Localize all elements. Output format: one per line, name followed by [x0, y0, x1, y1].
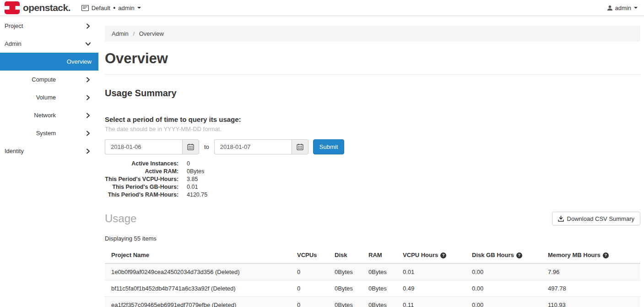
sidebar-item-overview[interactable]: Overview: [0, 53, 98, 71]
breadcrumb: Admin / Overview: [105, 26, 640, 42]
sidebar-item-label: Volume: [36, 94, 56, 101]
usage-summary-stats: Active Instances: 0 Active RAM: 0Bytes T…: [105, 160, 640, 199]
stat-active-instances: Active Instances: 0: [105, 160, 640, 168]
cell-memory-mb-hours: 7.96: [544, 263, 640, 280]
download-csv-label: Download CSV Summary: [567, 215, 634, 222]
stat-vcpu-hours: This Period's VCPU-Hours: 3.85: [105, 175, 640, 183]
sidebar-item-label: Compute: [32, 76, 56, 83]
chevron-right-icon: [86, 23, 90, 29]
column-header-disk[interactable]: Disk: [331, 247, 365, 263]
cell-ram: 0Bytes: [365, 280, 399, 297]
column-header-vcpus[interactable]: VCPUs: [293, 247, 331, 263]
main-content: Admin / Overview Overview Usage Summary …: [98, 16, 644, 307]
column-header-vcpu-hours[interactable]: VCPU Hours?: [399, 247, 468, 263]
submit-button[interactable]: Submit: [313, 139, 344, 154]
sidebar-item-label: System: [36, 130, 56, 137]
stat-label: Active RAM:: [105, 168, 179, 175]
table-row: bf11c5fa0f1b452db4b7741a6c33a92f (Delete…: [105, 280, 640, 297]
help-icon[interactable]: ?: [440, 252, 446, 258]
chevron-right-icon: [86, 94, 90, 100]
user-icon: [607, 5, 613, 11]
stat-label: This Period's VCPU-Hours:: [105, 175, 179, 183]
chevron-right-icon: [86, 130, 90, 136]
stat-label: This Period's GB-Hours:: [105, 183, 179, 191]
cell-project-name: ea1f2f357c09465eb6991edf7079efbe (Delete…: [105, 297, 293, 307]
start-date-input[interactable]: [105, 139, 182, 154]
stat-gb-hours: This Period's GB-Hours: 0.01: [105, 183, 640, 191]
help-icon[interactable]: ?: [603, 252, 609, 258]
end-date-input[interactable]: [214, 139, 292, 154]
download-csv-button[interactable]: Download CSV Summary: [552, 212, 640, 225]
title-divider: [105, 74, 640, 75]
breadcrumb-separator: /: [133, 30, 135, 37]
column-header-disk-gb-hours[interactable]: Disk GB Hours?: [468, 247, 544, 263]
top-navbar: openstack. Default ● admin admin: [0, 0, 644, 16]
breadcrumb-overview: Overview: [139, 30, 164, 37]
breadcrumb-admin[interactable]: Admin: [112, 30, 129, 37]
sidebar-item-compute[interactable]: Compute: [0, 71, 98, 88]
column-header-memory-mb-hours[interactable]: Memory MB Hours?: [544, 247, 640, 263]
stat-value: 0.01: [187, 183, 198, 191]
sidebar-item-label: Project: [5, 22, 23, 29]
cell-vcpus: 0: [293, 280, 331, 297]
usage-table: Project Name VCPUs Disk RAM VCPU Hours? …: [105, 247, 640, 307]
cell-disk-gb-hours: 0.00: [468, 280, 544, 297]
sidebar-item-volume[interactable]: Volume: [0, 88, 98, 106]
context-project-label: admin: [118, 5, 134, 11]
sidebar-item-label: Admin: [5, 40, 22, 47]
brand-wordmark: openstack.: [23, 2, 70, 13]
stat-active-ram: Active RAM: 0Bytes: [105, 168, 640, 175]
stat-value: 4120.75: [187, 191, 207, 199]
stat-ram-hours: This Period's RAM-Hours: 4120.75: [105, 191, 640, 199]
caret-down-icon: [137, 7, 141, 9]
table-header-row: Project Name VCPUs Disk RAM VCPU Hours? …: [105, 247, 640, 263]
sidebar-item-admin[interactable]: Admin: [0, 35, 98, 53]
caret-down-icon: [634, 7, 638, 9]
cell-memory-mb-hours: 110.93: [544, 297, 640, 307]
end-date-picker-button[interactable]: [292, 139, 308, 154]
cell-memory-mb-hours: 497.78: [544, 280, 640, 297]
context-domain-label: Default: [92, 5, 110, 11]
table-row: 1e0b0f99af0249cea24502034d73d356 (Delete…: [105, 263, 640, 280]
cell-vcpu-hours: 0.49: [399, 280, 468, 297]
cell-disk: 0Bytes: [331, 263, 365, 280]
domain-card-icon: [81, 5, 89, 11]
page-title: Overview: [105, 50, 640, 67]
user-menu[interactable]: admin: [607, 5, 638, 11]
sidebar-item-project[interactable]: Project: [0, 17, 98, 35]
column-header-ram[interactable]: RAM: [365, 247, 399, 263]
openstack-logo[interactable]: openstack.: [5, 1, 70, 14]
help-icon[interactable]: ?: [516, 252, 522, 258]
cell-disk: 0Bytes: [331, 297, 365, 307]
sidebar-item-network[interactable]: Network: [0, 106, 98, 124]
cell-disk-gb-hours: 0.00: [468, 297, 544, 307]
sidebar-item-identity[interactable]: Identity: [0, 142, 98, 160]
sidebar-nav: Project Admin Overview Compute Volume: [0, 16, 98, 307]
stat-value: 3.85: [187, 175, 198, 183]
chevron-right-icon: [86, 112, 90, 118]
domain-project-switcher[interactable]: Default ● admin: [81, 5, 141, 11]
context-separator-dot: ●: [113, 5, 115, 10]
sidebar-item-label: Identity: [5, 148, 24, 154]
stat-value: 0Bytes: [187, 168, 204, 175]
calendar-icon: [297, 143, 303, 150]
cell-ram: 0Bytes: [365, 263, 399, 280]
period-prompt: Select a period of time to query its usa…: [105, 115, 640, 123]
to-label: to: [204, 143, 209, 150]
table-row: ea1f2f357c09465eb6991edf7079efbe (Delete…: [105, 297, 640, 307]
cell-project-name: 1e0b0f99af0249cea24502034d73d356 (Delete…: [105, 263, 293, 280]
usage-period-form: to Submit: [105, 139, 640, 154]
calendar-icon: [187, 143, 194, 150]
cell-disk-gb-hours: 0.00: [468, 263, 544, 280]
cell-vcpus: 0: [293, 263, 331, 280]
sidebar-item-system[interactable]: System: [0, 124, 98, 142]
cell-disk: 0Bytes: [331, 280, 365, 297]
download-icon: [558, 216, 564, 222]
stat-value: 0: [187, 160, 190, 168]
cell-vcpu-hours: 0.11: [399, 297, 468, 307]
chevron-down-icon: [85, 42, 91, 46]
column-header-project-name[interactable]: Project Name: [105, 247, 293, 263]
start-date-picker-button[interactable]: [182, 139, 199, 154]
user-name-label: admin: [615, 5, 631, 11]
cell-vcpus: 0: [293, 297, 331, 307]
